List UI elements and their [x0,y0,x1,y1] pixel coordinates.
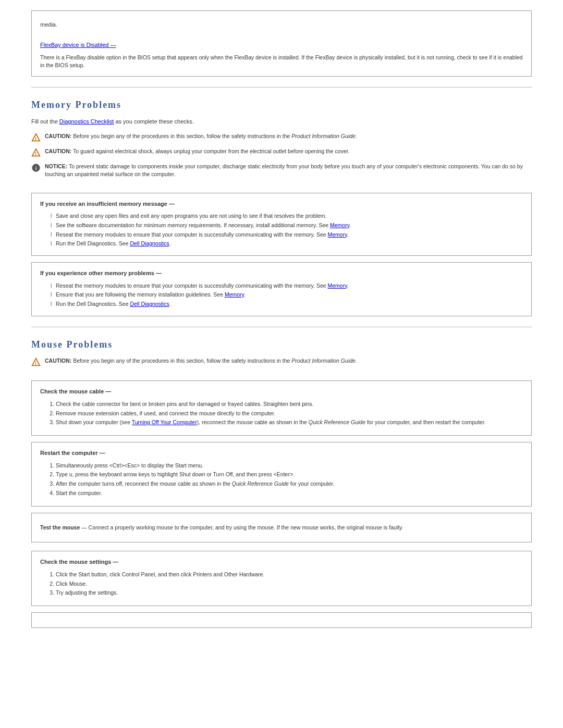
mouse-box-3-header: Check the mouse settings — [40,558,523,566]
mouse-box-3: Check the mouse settings — Click the Sta… [31,551,532,606]
memory-caution-2: ! CAUTION: To guard against electrical s… [31,147,532,157]
memory-link-4[interactable]: Memory [225,291,244,298]
mouse-caution-1: ! CAUTION: Before you begin any of the p… [31,357,532,367]
notice-icon: i [31,163,41,172]
flexbay-link[interactable]: FlexBay device is Disabled — [40,42,116,48]
mouse-box-1-header: Check the mouse cable — [40,387,523,396]
list-item: Ensure that you are following the memory… [51,291,523,299]
memory-box-1-header: If you receive an insufficient memory me… [40,200,523,208]
memory-notice-text: NOTICE: To prevent static damage to comp… [45,163,532,179]
dell-diagnostics-link-1[interactable]: Dell Diagnostics [130,240,169,246]
memory-link-2[interactable]: Memory [328,231,347,238]
flexbay-description: There is a FlexBay disable option in the… [40,54,523,70]
list-item: Remove mouse extension cables, if used, … [56,410,523,418]
svg-text:!: ! [35,135,36,141]
memory-link-1[interactable]: Memory [330,222,349,228]
list-item: Click Mouse. [56,580,523,588]
media-text: media. [40,17,523,32]
svg-text:i: i [35,165,37,170]
test-mouse-text: Test the mouse — Connect a properly work… [40,520,523,536]
list-item: Reseat the memory modules to ensure that… [51,282,523,290]
list-item: Simultaneously press <Ctrl><Esc> to disp… [56,462,523,470]
svg-text:!: ! [35,360,36,365]
list-item: Start the computer. [56,489,523,498]
flexbay-box: FlexBay device is Disabled — There is a … [40,41,523,70]
top-section-box: media. FlexBay device is Disabled — Ther… [31,10,532,77]
list-item: Reseat the memory modules to ensure that… [51,231,523,239]
caution-icon-3: ! [31,357,41,367]
svg-text:!: ! [35,151,36,156]
mouse-box-2-list: Simultaneously press <Ctrl><Esc> to disp… [56,462,523,498]
memory-box-1: If you receive an insufficient memory me… [31,193,532,256]
divider-2 [31,327,532,327]
memory-link-3[interactable]: Memory [328,282,347,289]
memory-section-title: Memory Problems [31,98,532,112]
dell-diagnostics-link-2[interactable]: Dell Diagnostics [130,301,169,307]
divider-1 [31,87,532,88]
mouse-box-2: Restart the computer — Simultaneously pr… [31,442,532,507]
memory-intro: Fill out the Diagnostics Checklist as yo… [31,117,532,126]
turning-off-link[interactable]: Turning Off Your Computer [132,419,197,425]
mouse-caution-1-text: CAUTION: Before you begin any of the pro… [45,357,357,365]
bottom-empty-box [31,612,532,628]
mouse-box-1: Check the mouse cable — Check the cable … [31,380,532,436]
mouse-box-2-header: Restart the computer — [40,449,523,458]
list-item: Shut down your computer (see Turning Off… [56,418,523,427]
list-item: Run the Dell Diagnostics. See Dell Diagn… [51,240,523,248]
caution-icon-2: ! [31,148,41,157]
memory-caution-1-text: CAUTION: Before you begin any of the pro… [45,132,357,141]
caution-icon-1: ! [31,133,41,142]
list-item: Save and close any open files and exit a… [51,212,523,220]
list-item: Click the Start button, click Control Pa… [56,571,523,579]
memory-box-2-header: If you experience other memory problems … [40,269,523,278]
mouse-box-3-list: Click the Start button, click Control Pa… [56,571,523,597]
mouse-box-1-list: Check the cable connector for bent or br… [56,400,523,427]
memory-box-2: If you experience other memory problems … [31,262,532,316]
memory-caution-2-text: CAUTION: To guard against electrical sho… [45,147,350,156]
test-mouse-box: Test the mouse — Connect a properly work… [31,513,532,543]
list-item: See the software documentation for minim… [51,221,523,230]
mouse-section-title: Mouse Problems [31,338,532,352]
diagnostics-checklist-link[interactable]: Diagnostics Checklist [59,118,114,125]
list-item: Try adjusting the settings. [56,589,523,597]
list-item: Check the cable connector for bent or br… [56,400,523,409]
memory-notice: i NOTICE: To prevent static damage to co… [31,163,532,179]
list-item: After the computer turns off, reconnect … [56,480,523,488]
list-item: Run the Dell Diagnostics. See Dell Diagn… [51,300,523,309]
list-item: Type u, press the keyboard arrow keys to… [56,471,523,479]
memory-caution-1: ! CAUTION: Before you begin any of the p… [31,132,532,142]
